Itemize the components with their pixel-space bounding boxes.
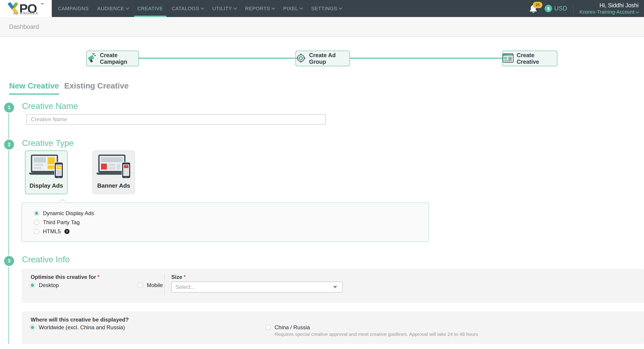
section-rail [8,150,9,255]
section-2-title: Creative Type [22,138,74,148]
option-desktop[interactable]: Desktop [30,282,59,288]
svg-text:AD: AD [504,57,507,59]
section-1-number: 1 [4,102,14,112]
breadcrumb-bar: Dashboard [0,17,644,37]
step-create-campaign[interactable]: Create Campaign [86,50,139,66]
nav-item-label: UTILITY [212,6,232,12]
notification-count-badge: 25 [533,2,542,8]
nav-item-catalogs[interactable]: CATALOGS [172,0,204,17]
nav-item-audience[interactable]: AUDIENCE [97,0,129,17]
nav-item-label: PIXEL [283,6,298,12]
nav-item-label: REPORTS [245,6,270,12]
section-2-number: 2 [4,140,14,150]
currency-code: USD [554,5,567,12]
megaphone-icon [87,53,97,64]
radio-button[interactable] [138,282,143,288]
card-display-ads[interactable]: Display Ads [25,150,68,194]
currency-selector[interactable]: $ USD [544,5,567,12]
card-banner-ads[interactable]: Banner Ads [92,150,135,194]
radio-label: HTML5 [43,228,61,235]
step-create-ad-group[interactable]: Create Ad Group [296,50,350,66]
step-create-creative[interactable]: AD Create Creative [502,50,557,66]
radio-label: Mobile [147,282,163,288]
display-ads-illustration [29,154,64,178]
nav-item-pixel[interactable]: PIXEL [283,0,302,17]
option-mobile[interactable]: Mobile [138,282,163,288]
display-region-panel: Where will this creative be displayed? W… [22,312,644,344]
user-greeting: Hi, Siddhi Joshi [579,2,638,9]
radio-button[interactable] [30,282,35,288]
section-3-number: 3 [4,256,14,266]
radio-label: Dynamic Display Ads [43,210,94,216]
nav-item-creative[interactable]: CREATIVE [137,0,163,17]
creative-info-panel: Optimise this creative for* Desktop Mobi… [22,269,644,303]
nav-item-campaigns[interactable]: CAMPAIGNS [58,0,89,17]
panel-caret [59,199,66,206]
option-china-russia[interactable]: China / Russia [266,324,310,330]
step-label: Create Creative [517,52,557,65]
display-ads-options-panel: Dynamic Display Ads Third Party Tag HTML… [22,203,429,242]
nav-item-label: CATALOGS [172,6,199,12]
stepper-connector [138,58,296,59]
radio-button[interactable] [30,325,35,330]
option-worldwide[interactable]: Worldwide (excl. China and Russia) [30,324,125,330]
option-html5[interactable]: HTML5 ? [34,228,70,235]
ad-window-icon: AD [503,53,514,64]
required-asterisk: * [184,274,186,280]
radio-button[interactable] [34,229,39,234]
optimise-label: Optimise this creative for* [31,274,100,280]
nav-item-label: CAMPAIGNS [58,6,89,12]
section-rail [8,267,9,344]
china-russia-note: Requires special creative approval and m… [274,332,478,337]
banner-ads-illustration [96,154,131,178]
xpo-logo[interactable]: PO ™ by KNOREX [0,0,52,17]
nav-item-settings[interactable]: SETTINGS [311,0,342,17]
chevron-down-icon [126,6,129,10]
breadcrumb[interactable]: Dashboard [9,23,39,30]
label-text: Optimise this creative for [31,274,96,280]
radio-button[interactable] [266,325,271,330]
option-dynamic-display-ads[interactable]: Dynamic Display Ads [34,210,94,216]
chevron-down-icon [339,6,342,10]
user-menu[interactable]: Hi, Siddhi Joshi Knorex-Training-Account [579,2,640,15]
chevron-down-icon [272,6,275,10]
logo-tm-text: ™ [40,2,44,6]
nav-item-utility[interactable]: UTILITY [212,0,236,17]
section-3-title: Creative Info [22,255,70,264]
size-select[interactable]: Select... [171,282,343,292]
radio-label: China / Russia [274,324,310,330]
radio-label: Third Party Tag [43,219,80,226]
target-icon [296,53,306,64]
where-displayed-label: Where will this creative be displayed? [31,316,129,323]
nav-item-label: SETTINGS [311,6,337,12]
radio-button[interactable] [34,220,39,225]
required-asterisk: * [97,274,100,280]
account-name: Knorex-Training-Account [579,9,634,15]
main-nav: CAMPAIGNS AUDIENCE CREATIVE CATALOGS UTI… [58,0,342,17]
creative-name-input[interactable] [26,114,326,124]
dropdown-caret-icon [333,286,337,288]
stepper-connector [350,58,503,59]
step-label: Create Ad Group [309,52,350,65]
panel-divider [164,274,164,295]
radio-label: Worldwide (excl. China and Russia) [39,324,125,330]
chevron-down-icon [201,6,204,10]
nav-item-label: AUDIENCE [97,6,124,12]
tab-existing-creative[interactable]: Existing Creative [64,81,129,90]
nav-item-reports[interactable]: REPORTS [245,0,274,17]
option-third-party-tag[interactable]: Third Party Tag [34,219,80,226]
navbar-divider [573,2,574,15]
label-text: Size [171,274,182,280]
notifications-button[interactable]: 25 [529,4,539,14]
section-1-title: Creative Name [22,102,78,111]
tab-new-creative[interactable]: New Creative [9,81,59,94]
radio-button[interactable] [34,210,39,216]
card-label: Banner Ads [93,182,134,189]
help-icon[interactable]: ? [64,229,70,234]
radio-label: Desktop [39,282,59,288]
nav-item-label: CREATIVE [137,6,163,12]
chevron-down-icon [300,6,303,10]
step-label: Create Campaign [100,52,138,65]
card-label: Display Ads [26,182,67,189]
bell-icon [529,10,538,14]
